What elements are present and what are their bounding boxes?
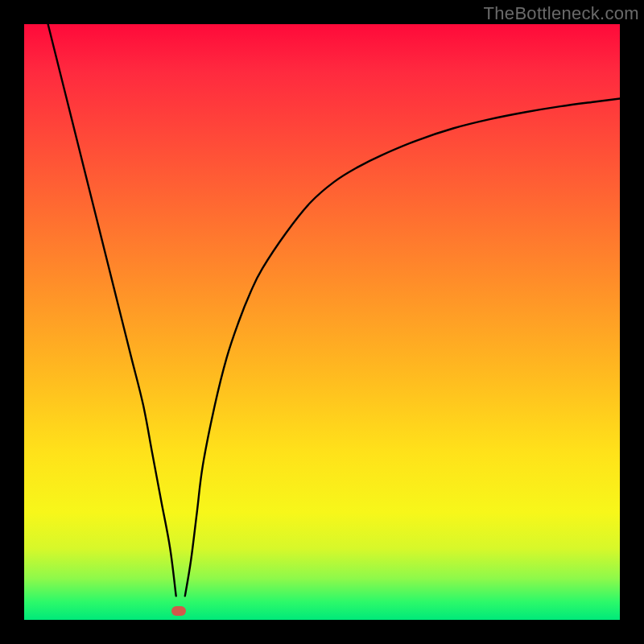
optimum-marker [171,606,186,616]
curve-left-descent [48,24,176,596]
plot-area [24,24,620,620]
curve-right-rise [185,99,620,597]
watermark-text: TheBottleneck.com [484,3,639,24]
chart-frame: TheBottleneck.com [0,0,644,644]
chart-svg [24,24,620,620]
